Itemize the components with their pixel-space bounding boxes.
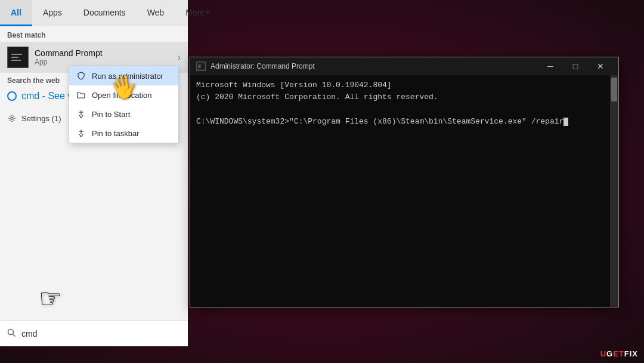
- window-controls: ─ □ ✕: [538, 58, 612, 75]
- pin-taskbar-icon: [76, 128, 86, 138]
- search-input-value[interactable]: cmd: [21, 329, 37, 339]
- cmd-scrollbar[interactable]: [610, 75, 618, 307]
- top-nav: All Apps Documents Web More ▾: [0, 0, 188, 26]
- minimize-button[interactable]: ─: [538, 58, 562, 75]
- svg-line-2: [13, 334, 16, 337]
- cmd-subtype: App: [35, 58, 103, 66]
- tab-more[interactable]: More ▾: [175, 0, 220, 26]
- maximize-button[interactable]: □: [564, 58, 587, 75]
- watermark: UGETFIX: [600, 349, 638, 358]
- tab-apps[interactable]: Apps: [32, 0, 73, 26]
- pin-taskbar-label: Pin to taskbar: [92, 129, 140, 138]
- chevron-down-icon: ▾: [206, 9, 209, 16]
- pin-start-label: Pin to Start: [92, 110, 130, 119]
- context-pin-taskbar[interactable]: Pin to taskbar: [69, 124, 178, 143]
- scroll-thumb: [611, 78, 617, 101]
- shield-icon: [76, 71, 86, 81]
- cmd-line-2: (c) 2020 Microsoft Corporation. All righ…: [196, 92, 612, 103]
- cmd-title-text: Administrator: Command Prompt: [210, 62, 534, 70]
- settings-label: Settings (1): [21, 114, 61, 123]
- pin-start-icon: [76, 109, 86, 119]
- cmd-line-3: [196, 104, 612, 115]
- cmd-line-1: Microsoft Windows [Version 10.0.19042.80…: [196, 80, 612, 91]
- search-bar: cmd: [0, 320, 188, 346]
- command-prompt-icon: [7, 47, 29, 68]
- search-circle-icon: [7, 91, 17, 101]
- svg-point-0: [11, 117, 13, 119]
- tab-documents[interactable]: Documents: [73, 0, 137, 26]
- context-pin-start[interactable]: Pin to Start: [69, 104, 178, 124]
- cmd-titlebar: Administrator: Command Prompt ─ □ ✕: [190, 57, 618, 75]
- context-menu-arrow: ›: [178, 53, 181, 62]
- folder-icon: [76, 90, 86, 100]
- tab-all[interactable]: All: [0, 0, 32, 26]
- cmd-titlebar-icon: [196, 61, 206, 71]
- settings-icon: [7, 113, 17, 123]
- start-menu: All Apps Documents Web More ▾ Best match…: [0, 0, 188, 346]
- search-bar-icon: [7, 328, 16, 339]
- best-match-label: Best match: [0, 26, 188, 42]
- cmd-name: Command Prompt: [35, 48, 103, 58]
- cmd-window: Administrator: Command Prompt ─ □ ✕ Micr…: [190, 57, 619, 307]
- close-button[interactable]: ✕: [589, 58, 612, 75]
- tab-web[interactable]: Web: [137, 0, 175, 26]
- cmd-cursor: [564, 118, 568, 126]
- cursor-hand-bottom: ☞: [39, 283, 62, 313]
- cmd-line-4: C:\WINDOWS\system32>"C:\Program Files (x…: [196, 116, 612, 127]
- cmd-body: Microsoft Windows [Version 10.0.19042.80…: [190, 75, 618, 307]
